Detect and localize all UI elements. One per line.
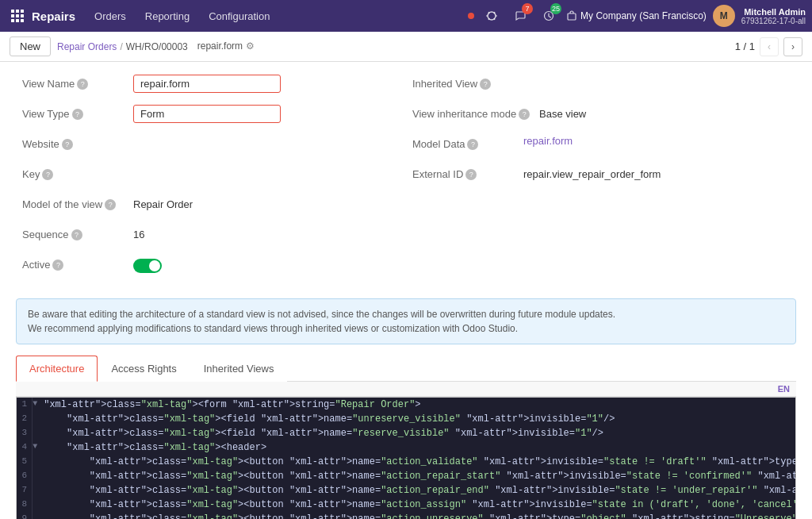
breadcrumb-current: WH/RO/00003 xyxy=(126,41,188,52)
website-help-icon[interactable]: ? xyxy=(62,139,73,150)
model-help-icon[interactable]: ? xyxy=(105,199,116,210)
active-toggle[interactable] xyxy=(133,259,162,273)
svg-rect-11 xyxy=(568,13,576,20)
svg-rect-0 xyxy=(11,10,14,13)
settings-gear-icon[interactable]: ⚙ xyxy=(246,40,255,52)
form-right-column: Inherited View ? View inheritance mode ?… xyxy=(406,75,796,286)
line-content: "xml-attr">class="xml-tag"><form "xml-at… xyxy=(37,398,796,412)
website-label: Website ? xyxy=(22,135,133,150)
app-name: Repairs xyxy=(32,10,75,23)
new-button[interactable]: New xyxy=(10,37,51,56)
svg-rect-2 xyxy=(21,10,24,13)
prev-page-button[interactable]: ‹ xyxy=(760,37,779,56)
record-title: repair.form xyxy=(197,40,243,52)
tab-access-rights[interactable]: Access Rights xyxy=(98,356,190,382)
apps-grid-icon[interactable] xyxy=(6,5,29,27)
nav-right-area: 7 25 My Company (San Francisco) M Mitche… xyxy=(468,5,806,27)
view-name-help-icon[interactable]: ? xyxy=(77,79,88,90)
tab-inherited-views[interactable]: Inherited Views xyxy=(190,356,288,382)
pagination-control: 1 / 1 ‹ › xyxy=(735,37,802,56)
tab-architecture[interactable]: Architecture xyxy=(16,356,98,382)
view-inheritance-row: View inheritance mode ? Base view xyxy=(412,105,790,127)
company-selector[interactable]: My Company (San Francisco) xyxy=(566,10,707,21)
view-name-row: View Name ? xyxy=(22,75,400,97)
view-type-row: View Type ? xyxy=(22,105,400,127)
line-number: 5 xyxy=(17,455,33,469)
code-table: 1 ▼ "xml-attr">class="xml-tag"><form "xm… xyxy=(17,398,796,519)
line-content: "xml-attr">class="xml-tag"><button "xml-… xyxy=(37,512,796,519)
code-line-3: 3 "xml-attr">class="xml-tag"><field "xml… xyxy=(17,426,796,440)
breadcrumb-parent-link[interactable]: Repair Orders xyxy=(57,41,117,52)
info-line2: We recommend applying modifications to s… xyxy=(28,321,784,336)
code-line-5: 5 "xml-attr">class="xml-tag"><button "xm… xyxy=(17,455,796,469)
code-line-2: 2 "xml-attr">class="xml-tag"><field "xml… xyxy=(17,412,796,426)
key-row: Key ? xyxy=(22,165,400,187)
key-help-icon[interactable]: ? xyxy=(42,169,53,180)
sequence-value: 16 xyxy=(133,225,144,240)
line-number: 6 xyxy=(17,469,33,483)
line-content: "xml-attr">class="xml-tag"><header> xyxy=(37,440,796,455)
chat-badge: 7 xyxy=(522,3,533,14)
view-inheritance-help-icon[interactable]: ? xyxy=(519,109,530,120)
model-data-help-icon[interactable]: ? xyxy=(467,139,478,150)
line-content: "xml-attr">class="xml-tag"><button "xml-… xyxy=(37,455,796,469)
external-id-value: repair.view_repair_order_form xyxy=(523,165,661,180)
svg-rect-6 xyxy=(11,19,14,22)
view-name-input[interactable] xyxy=(133,75,281,93)
line-content: "xml-attr">class="xml-tag"><button "xml-… xyxy=(37,483,796,498)
line-number: 1 xyxy=(17,398,33,412)
tabs-bar: Architecture Access Rights Inherited Vie… xyxy=(16,356,796,382)
activity-badge: 25 xyxy=(550,3,561,14)
bug-icon[interactable] xyxy=(481,5,503,27)
status-indicator xyxy=(468,13,474,19)
sequence-label: Sequence ? xyxy=(22,225,133,240)
line-content: "xml-attr">class="xml-tag"><field "xml-a… xyxy=(37,426,796,440)
line-number: 7 xyxy=(17,483,33,498)
code-line-1: 1 ▼ "xml-attr">class="xml-tag"><form "xm… xyxy=(17,398,796,412)
view-type-input[interactable] xyxy=(133,105,281,123)
code-line-4: 4 ▼ "xml-attr">class="xml-tag"><header> xyxy=(17,440,796,455)
view-type-help-icon[interactable]: ? xyxy=(72,109,83,120)
next-page-button[interactable]: › xyxy=(783,37,802,56)
model-data-row: Model Data ? repair.form xyxy=(412,135,790,157)
line-number: 8 xyxy=(17,498,33,512)
code-editor: EN 1 ▼ "xml-attr">class="xml-tag"><form … xyxy=(16,382,796,519)
external-id-help-icon[interactable]: ? xyxy=(465,169,477,180)
top-navigation: Repairs Orders Reporting Configuration 7… xyxy=(0,0,812,32)
nav-menu: Orders Reporting Configuration xyxy=(85,0,465,32)
nav-configuration[interactable]: Configuration xyxy=(199,0,279,32)
key-label: Key ? xyxy=(22,165,133,180)
svg-rect-5 xyxy=(21,14,24,17)
svg-rect-8 xyxy=(21,19,24,22)
model-value: Repair Order xyxy=(133,195,193,210)
line-number: 4 xyxy=(17,440,33,455)
nav-orders[interactable]: Orders xyxy=(85,0,136,32)
avatar[interactable]: M xyxy=(713,5,735,27)
model-data-link[interactable]: repair.form xyxy=(523,135,573,147)
main-content: View Name ? View Type ? Website ? xyxy=(0,62,812,519)
line-number: 3 xyxy=(17,426,33,440)
form-left-column: View Name ? View Type ? Website ? xyxy=(16,75,406,286)
sequence-help-icon[interactable]: ? xyxy=(71,229,82,240)
nav-reporting[interactable]: Reporting xyxy=(136,0,199,32)
inherited-view-help-icon[interactable]: ? xyxy=(480,79,491,90)
view-inheritance-label: View inheritance mode ? xyxy=(412,105,539,120)
svg-rect-4 xyxy=(16,14,19,17)
pagination-text: 1 / 1 xyxy=(735,40,755,52)
user-name: Mitchell Admin xyxy=(741,7,806,17)
inherited-view-label: Inherited View ? xyxy=(412,75,523,90)
code-line-7: 7 "xml-attr">class="xml-tag"><button "xm… xyxy=(17,483,796,498)
active-label: Active ? xyxy=(22,256,133,271)
view-name-label: View Name ? xyxy=(22,75,133,90)
view-inheritance-value: Base view xyxy=(539,105,586,120)
code-line-9: 9 "xml-attr">class="xml-tag"><button "xm… xyxy=(17,512,796,519)
chat-icon[interactable]: 7 xyxy=(509,5,531,27)
breadcrumb: Repair Orders / WH/RO/00003 xyxy=(57,41,188,52)
activity-icon[interactable]: 25 xyxy=(538,5,560,27)
code-toolbar: EN xyxy=(16,382,796,397)
active-help-icon[interactable]: ? xyxy=(52,260,63,271)
user-info: Mitchell Admin 67931262-17-0-all xyxy=(741,7,806,25)
svg-rect-1 xyxy=(16,10,19,13)
code-line-6: 6 "xml-attr">class="xml-tag"><button "xm… xyxy=(17,469,796,483)
code-content-area[interactable]: 1 ▼ "xml-attr">class="xml-tag"><form "xm… xyxy=(16,397,796,519)
